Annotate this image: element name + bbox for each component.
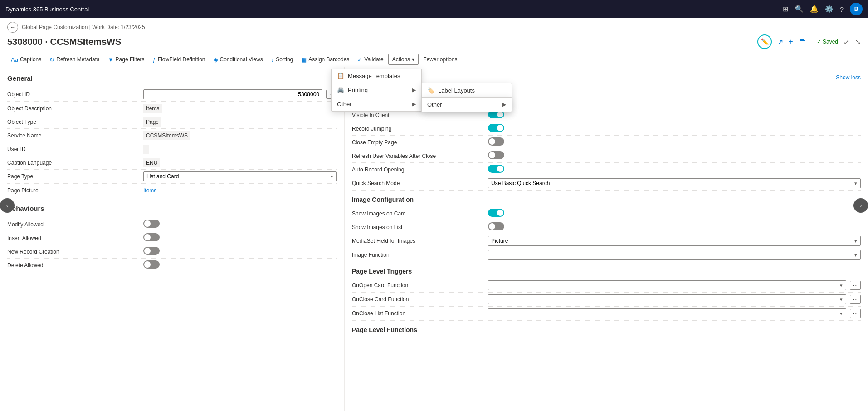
search-icon[interactable]: 🔍 [795, 5, 804, 13]
object-id-input[interactable] [143, 89, 322, 99]
page-level-triggers-title: Page Level Triggers [352, 268, 861, 275]
nav-arrow-right-button[interactable]: › [853, 198, 868, 213]
back-button[interactable]: ← [7, 22, 18, 33]
label-layouts-label: Label Layouts [438, 87, 475, 94]
mediaset-field-label: MediaSet Field for Images [352, 238, 488, 244]
captions-button[interactable]: Aa Captions [7, 54, 45, 65]
onopen-card-label: OnOpen Card Function [352, 282, 488, 289]
caption-language-row: Caption Language ENU [7, 156, 337, 170]
edit-circle-button[interactable]: ✏️ [757, 34, 772, 49]
page-filters-button[interactable]: ▼ Page Filters [104, 54, 148, 65]
show-less-button[interactable]: Show less [836, 74, 861, 81]
printing-item[interactable]: 🖨️ Printing ▶ 🏷️ Label Layouts 📄 Custom … [332, 83, 421, 97]
object-type-row: Object Type Page [7, 115, 337, 129]
page-type-label: Page Type [7, 173, 143, 180]
quick-search-mode-select[interactable]: Use Basic Quick Search Use Advanced Quic… [488, 178, 861, 188]
modify-allowed-toggle[interactable] [143, 220, 160, 228]
onclose-list-ellipsis-button[interactable]: ··· [850, 309, 861, 318]
message-templates-icon: 📋 [337, 73, 344, 79]
behaviours-title: Behaviours [7, 205, 337, 212]
close-empty-page-value [488, 137, 861, 147]
fewer-options-button[interactable]: Fewer options [419, 54, 461, 64]
title-actions: ✏️ ↗ + 🗑 ✓ Saved ⤢ ⤡ [757, 34, 861, 49]
refresh-user-variables-toggle[interactable] [488, 151, 504, 159]
service-name-value: CCSMSItemsWS [143, 132, 337, 139]
show-images-on-list-row: Show Images on List [352, 220, 861, 234]
nav-arrow-left-button[interactable]: ‹ [0, 198, 15, 213]
barcode-icon: ▦ [301, 56, 307, 63]
close-empty-page-label: Close Empty Page [352, 139, 488, 146]
refresh-metadata-button[interactable]: ↻ Refresh Metadata [46, 54, 103, 65]
service-name-label: Service Name [7, 132, 143, 139]
collapse-button[interactable]: ⤡ [855, 38, 861, 46]
message-templates-label: Message Templates [348, 73, 416, 79]
show-images-on-card-toggle[interactable] [488, 209, 504, 217]
actions-dropdown: 📋 Message Templates 🖨️ Printing ▶ 🏷️ Lab… [331, 68, 422, 112]
sorting-button[interactable]: ↕ Sorting [268, 54, 297, 65]
new-record-creation-value [143, 247, 337, 256]
object-id-value: ··· [143, 89, 337, 99]
page-picture-link[interactable]: Items [143, 187, 156, 194]
label-layouts-item[interactable]: 🏷️ Label Layouts [422, 83, 512, 98]
onclose-card-select[interactable] [488, 294, 846, 304]
assign-barcodes-button[interactable]: ▦ Assign Barcodes [297, 54, 353, 65]
other-item[interactable]: Other ▶ Other ▶ [332, 97, 421, 111]
modify-allowed-row: Modify Allowed [7, 218, 337, 231]
printing-arrow-icon: ▶ [412, 87, 416, 93]
top-bar-left: Dynamics 365 Business Central [5, 6, 89, 13]
record-jumping-toggle[interactable] [488, 124, 504, 132]
new-record-creation-row: New Record Creation [7, 245, 337, 259]
delete-button[interactable]: 🗑 [799, 38, 806, 46]
image-function-row: Image Function [352, 248, 861, 262]
onclose-list-row: OnClose List Function ··· [352, 307, 861, 321]
captions-icon: Aa [11, 56, 18, 63]
bell-icon[interactable]: 🔔 [810, 5, 819, 13]
other-sub-item[interactable]: Other ▶ [422, 98, 512, 112]
validate-icon: ✓ [357, 56, 362, 63]
message-templates-item[interactable]: 📋 Message Templates [332, 69, 421, 83]
page-picture-label: Page Picture [7, 187, 143, 194]
fewer-options-label: Fewer options [423, 56, 457, 63]
grid-icon[interactable]: ⊞ [783, 5, 789, 13]
add-button[interactable]: + [789, 38, 793, 46]
insert-allowed-toggle[interactable] [143, 233, 160, 241]
onopen-card-select[interactable] [488, 280, 846, 290]
mediaset-field-select[interactable]: Picture Image [488, 236, 861, 246]
settings-icon[interactable]: ⚙️ [825, 5, 834, 13]
onclose-card-ellipsis-button[interactable]: ··· [850, 295, 861, 304]
refresh-user-variables-value [488, 151, 861, 161]
close-empty-page-toggle[interactable] [488, 137, 504, 146]
validate-label: Validate [364, 56, 383, 63]
page-type-select[interactable]: List and Card List Card Document Workshe… [143, 171, 337, 181]
assign-barcodes-label: Assign Barcodes [308, 56, 349, 63]
avatar[interactable]: B [850, 3, 863, 15]
conditional-views-button[interactable]: ◈ Conditional Views [210, 54, 267, 65]
page-filters-label: Page Filters [116, 56, 145, 63]
visible-in-client-label: Visible In Client [352, 112, 488, 118]
expand-button[interactable]: ⤢ [844, 38, 849, 46]
help-icon[interactable]: ? [840, 5, 844, 13]
flowfield-definition-button[interactable]: ƒ FlowField Definition [149, 54, 209, 65]
onopen-card-row: OnOpen Card Function ··· [352, 279, 861, 293]
validate-button[interactable]: ✓ Validate [354, 54, 387, 65]
actions-button[interactable]: Actions ▾ [388, 54, 419, 65]
object-description-row: Object Description Items [7, 102, 337, 115]
delete-allowed-toggle[interactable] [143, 260, 160, 269]
toolbar: Aa Captions ↻ Refresh Metadata ▼ Page Fi… [0, 52, 868, 67]
show-images-on-list-toggle[interactable] [488, 222, 504, 230]
user-id-text [143, 145, 149, 154]
show-images-on-list-label: Show Images on List [352, 224, 488, 230]
object-description-label: Object Description [7, 105, 143, 112]
breadcrumb: Global Page Customization | Work Date: 1… [22, 24, 145, 30]
actions-label: Actions [392, 56, 410, 63]
insert-allowed-label: Insert Allowed [7, 235, 143, 241]
onclose-list-select[interactable] [488, 308, 846, 318]
onopen-card-ellipsis-button[interactable]: ··· [850, 281, 861, 290]
auto-record-opening-toggle[interactable] [488, 165, 504, 173]
new-record-creation-toggle[interactable] [143, 247, 160, 255]
share-button[interactable]: ↗ [777, 38, 783, 46]
page-picture-value: Items [143, 187, 337, 194]
show-images-on-card-value [488, 209, 861, 218]
page-picture-row: Page Picture Items [7, 184, 337, 197]
image-function-select[interactable] [488, 250, 861, 260]
